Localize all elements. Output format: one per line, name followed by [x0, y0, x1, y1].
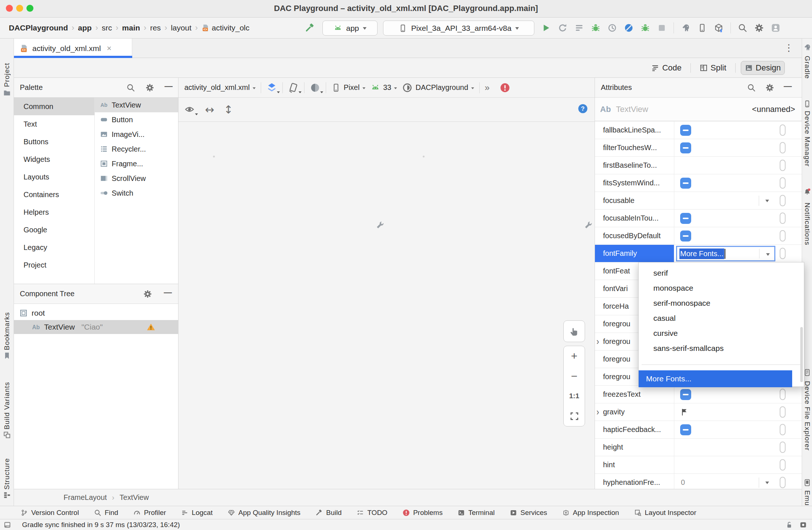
pick-resource-indicator[interactable]: [780, 459, 786, 471]
toolwindow-button-logcat[interactable]: Logcat: [181, 509, 213, 517]
debug-button[interactable]: [591, 23, 600, 33]
breadcrumb-item-main[interactable]: main: [122, 23, 140, 32]
tristate-checkbox[interactable]: [680, 178, 691, 189]
toolwindow-button-build[interactable]: Build: [315, 509, 342, 517]
theme-select[interactable]: DACPlayground: [402, 83, 474, 93]
dropdown-item-serif[interactable]: serif: [639, 265, 804, 280]
avd-manager-button[interactable]: [714, 23, 723, 33]
profiler-button[interactable]: [624, 23, 634, 33]
zoom-in-button[interactable]: +: [564, 346, 585, 366]
gradle-icon[interactable]: [803, 43, 811, 51]
hide-panel-button[interactable]: —: [164, 288, 172, 297]
toolwindow-button-problems[interactable]: Problems: [403, 509, 443, 517]
attribute-row-focusableintou[interactable]: focusableInTou...: [595, 210, 802, 227]
palette-category-project[interactable]: Project: [14, 256, 94, 274]
breadcrumb-item-app[interactable]: app: [78, 23, 91, 32]
folder-icon[interactable]: [3, 89, 11, 97]
pick-resource-indicator[interactable]: [780, 424, 786, 435]
help-button[interactable]: ?: [578, 104, 588, 114]
gear-icon[interactable]: [145, 83, 154, 92]
palette-category-helpers[interactable]: Helpers: [14, 203, 94, 221]
toolwindow-button-terminal[interactable]: Terminal: [458, 509, 495, 517]
editor-mode-split[interactable]: Split: [696, 61, 730, 75]
device-manager-button[interactable]: [697, 23, 707, 33]
code-with-me-button[interactable]: [771, 23, 780, 33]
bell-icon[interactable]: [803, 188, 811, 196]
pan-tool-button[interactable]: [563, 320, 585, 342]
toolwindow-button-structure[interactable]: Structure: [0, 449, 14, 490]
palette-category-text[interactable]: Text: [14, 115, 94, 133]
palette-component-recycler[interactable]: Recycler...: [95, 142, 178, 156]
tristate-checkbox[interactable]: [680, 424, 691, 435]
device-select[interactable]: Pixel_3a_API_33_arm64-v8a: [383, 21, 534, 36]
toolwindow-button-notifications[interactable]: Notifications: [802, 203, 812, 251]
pick-resource-indicator[interactable]: [780, 195, 786, 206]
build-hammer-icon[interactable]: [305, 23, 315, 33]
structure-icon[interactable]: [3, 491, 11, 499]
run-configuration-select[interactable]: app: [322, 21, 378, 36]
toolwindow-button-build-variants[interactable]: Build Variants: [0, 363, 14, 429]
palette-component-button[interactable]: Button: [95, 112, 178, 127]
pick-resource-indicator[interactable]: [780, 248, 786, 259]
toolwindow-button-device-manager[interactable]: Device Manager: [802, 111, 812, 184]
toolwindow-button-app-quality-insights[interactable]: App Quality Insights: [228, 509, 300, 517]
pick-resource-indicator[interactable]: [780, 177, 786, 189]
view-options-button[interactable]: [184, 104, 195, 115]
settings-button[interactable]: [754, 23, 764, 33]
toolwindow-button-device-file-explorer[interactable]: Device File Explorer: [802, 381, 812, 478]
gear-icon[interactable]: [143, 290, 152, 298]
toolwindow-button-app-inspection[interactable]: App Inspection: [562, 509, 619, 517]
build-variants-icon[interactable]: [3, 431, 11, 439]
palette-component-scrollview[interactable]: ScrollView: [95, 171, 178, 186]
attribute-row-focusable[interactable]: focusable: [595, 192, 802, 210]
chevron-down-icon[interactable]: [766, 253, 770, 258]
palette-category-containers[interactable]: Containers: [14, 186, 94, 203]
profile-app-button[interactable]: [607, 23, 617, 33]
palette-category-google[interactable]: Google: [14, 221, 94, 239]
gradle-sync-button[interactable]: [681, 23, 690, 33]
attribute-row-freezestext[interactable]: freezesText: [595, 386, 802, 403]
device-manager-icon[interactable]: [803, 100, 811, 108]
attribute-row-focusedbydefault[interactable]: focusedByDefault: [595, 227, 802, 245]
layout-file-select[interactable]: activity_old_xml.xml: [184, 83, 256, 92]
attribute-row-hyphenationfre[interactable]: hyphenationFre...0: [595, 474, 802, 489]
run-button[interactable]: [541, 23, 551, 33]
gear-icon[interactable]: [765, 83, 774, 92]
toolwindow-button-version-control[interactable]: Version Control: [21, 509, 79, 517]
pick-resource-indicator[interactable]: [780, 442, 786, 453]
dropdown-item-more-fonts[interactable]: More Fonts...: [639, 370, 792, 387]
tristate-checkbox[interactable]: [680, 142, 691, 153]
palette-category-widgets[interactable]: Widgets: [14, 150, 94, 168]
attribute-row-fallbacklinespa[interactable]: fallbackLineSpa...: [595, 121, 802, 139]
search-icon[interactable]: [126, 83, 135, 92]
tree-node-textview[interactable]: AbTextView"Ciao": [14, 320, 178, 334]
chevron-down-icon[interactable]: [765, 200, 769, 204]
more-vertical-icon[interactable]: ⋮: [784, 42, 794, 54]
toolwindow-button-project[interactable]: Project: [0, 50, 14, 87]
pan-vertical-icon[interactable]: ↕: [224, 103, 233, 116]
pick-resource-indicator[interactable]: [780, 389, 786, 400]
attribute-row-gravity[interactable]: ›gravity: [595, 403, 802, 421]
editor-mode-code[interactable]: Code: [647, 61, 685, 75]
flag-icon[interactable]: [680, 408, 689, 417]
xml-breadcrumb-framelayout[interactable]: FrameLayout: [64, 493, 107, 502]
toolbar-overflow-button[interactable]: »: [485, 83, 490, 93]
tristate-checkbox[interactable]: [680, 125, 691, 136]
palette-component-textview[interactable]: AbTextView: [95, 98, 178, 112]
orientation-button[interactable]: [288, 82, 299, 93]
pick-resource-indicator[interactable]: [780, 160, 786, 171]
toolwindow-button-find[interactable]: Find: [94, 509, 118, 517]
render-error-badge[interactable]: [500, 83, 510, 93]
attribute-row-firstbaselineto[interactable]: firstBaselineTo...: [595, 157, 802, 174]
zoom-to-fit-button[interactable]: [564, 406, 585, 426]
pick-resource-indicator[interactable]: [780, 406, 786, 418]
palette-category-common[interactable]: Common: [14, 98, 94, 115]
hide-panel-button[interactable]: —: [784, 81, 792, 91]
attribute-row-fitssystemwind[interactable]: fitsSystemWind...: [595, 174, 802, 192]
toolwindow-button-todo[interactable]: TODO: [357, 509, 387, 517]
breadcrumb-item-dacplayground[interactable]: DACPlayground: [9, 23, 68, 32]
pan-horizontal-icon[interactable]: ↔: [205, 103, 214, 116]
palette-category-buttons[interactable]: Buttons: [14, 133, 94, 150]
dropdown-item-serif-monospace[interactable]: serif-monospace: [639, 295, 804, 311]
stop-button[interactable]: [657, 23, 667, 33]
